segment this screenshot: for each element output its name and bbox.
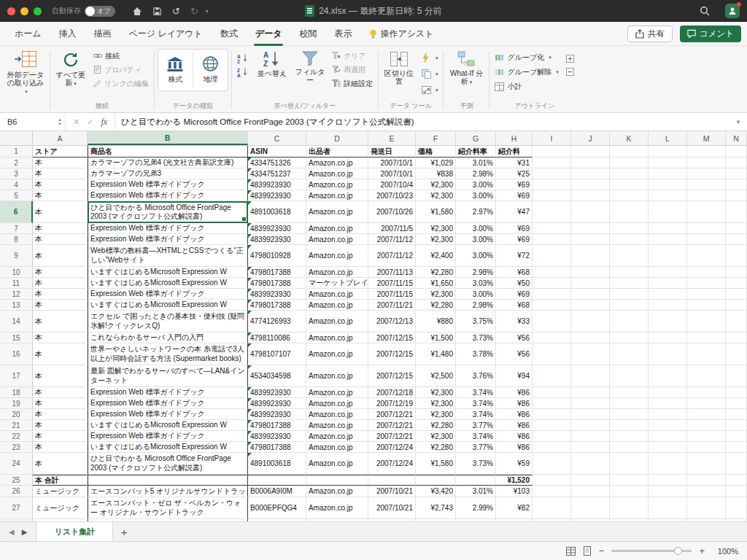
cell-I9[interactable] [533,245,571,267]
cell-I21[interactable] [533,420,571,431]
cell-I25[interactable] [533,475,571,486]
cell-L26[interactable] [649,486,687,497]
zoom-in-button[interactable]: + [699,546,705,556]
cell-C8[interactable]: 4839923930 [248,234,306,245]
cell-D8[interactable]: Amazon.co.jp [306,234,368,245]
cell-B26[interactable]: エースコンバット5 オリジナルサウンドトラック [88,486,248,497]
cell-G24[interactable]: 3.73% [456,453,496,475]
cell-I7[interactable] [533,223,571,234]
cell-L1[interactable] [649,146,687,158]
advanced-filter-button[interactable]: 詳細設定 [330,77,375,90]
cell-K22[interactable] [610,431,649,442]
cell-B2[interactable]: カラマーゾフの兄弟4 (光文社古典新訳文庫) [88,158,248,168]
row-header-15[interactable]: 15 [0,332,33,343]
row-header-8[interactable]: 8 [0,234,33,245]
cell-C25[interactable] [248,475,306,486]
sort-ascending-button[interactable]: AZ [235,52,251,64]
filter-button[interactable]: フィルター [293,49,327,85]
cell-M26[interactable] [687,486,726,497]
cell-G21[interactable]: 3.77% [456,420,496,431]
cell-B17[interactable]: 最新 図解でわかるサーバのすべて―LAN&インターネット [88,365,248,387]
cell-E16[interactable]: 2007/12/15 [368,343,416,365]
cell-F14[interactable]: ¥880 [416,311,456,332]
cell-K19[interactable] [610,398,649,409]
cell-M15[interactable] [687,332,726,343]
cell-I18[interactable] [533,387,571,398]
cell-N12[interactable] [726,289,747,300]
cell-L5[interactable] [649,190,687,201]
cell-F1[interactable]: 価格 [416,146,456,158]
cell-G15[interactable]: 3.73% [456,332,496,343]
sort-descending-button[interactable]: ZA [235,66,251,78]
cell-L8[interactable] [649,234,687,245]
cell-C6[interactable]: 4891003618 [248,201,306,223]
cell-N23[interactable] [726,442,747,453]
cell-M20[interactable] [687,409,726,420]
cell-N4[interactable] [726,179,747,190]
cell-M10[interactable] [687,267,726,278]
cell-A4[interactable]: 本 [33,179,88,190]
cell-C22[interactable]: 4839923930 [248,431,306,442]
cell-E10[interactable]: 2007/11/13 [368,267,416,278]
cell-G19[interactable]: 3.74% [456,398,496,409]
cell-J12[interactable] [571,289,610,300]
col-header-F[interactable]: F [416,131,456,145]
cell-K28[interactable] [610,519,649,521]
cell-I20[interactable] [533,409,571,420]
cell-M5[interactable] [687,190,726,201]
refresh-all-button[interactable]: すべて更新▾ [53,49,88,89]
cell-K8[interactable] [610,234,649,245]
cell-G6[interactable]: 2.97% [456,201,496,223]
cell-B24[interactable]: ひと目でわかる Microsoft Office FrontPage 2003 … [88,453,248,475]
cell-J4[interactable] [571,179,610,190]
col-header-G[interactable]: G [456,131,496,145]
cell-K20[interactable] [610,409,649,420]
cell-A5[interactable]: 本 [33,190,88,201]
cell-J1[interactable] [571,146,610,158]
cell-B16[interactable]: 世界一やさしいネットワークの本 糸電話で3人以上が同時会話する方法 (Super… [88,343,248,365]
col-header-M[interactable]: M [687,131,726,145]
cell-I5[interactable] [533,190,571,201]
cell-G8[interactable]: 3.00% [456,234,496,245]
cell-J5[interactable] [571,190,610,201]
cell-N24[interactable] [726,453,747,475]
cell-C12[interactable]: 4839923930 [248,289,306,300]
cell-G13[interactable]: 2.98% [456,300,496,311]
cell-H27[interactable]: ¥82 [496,497,533,519]
cell-C16[interactable]: 4798107107 [248,343,306,365]
cell-B19[interactable]: Expression Web 標準ガイドブック [88,398,248,409]
cell-F2[interactable]: ¥1,029 [416,158,456,168]
cell-I1[interactable] [533,146,571,158]
cell-B7[interactable]: Expression Web 標準ガイドブック [88,223,248,234]
cell-K1[interactable] [610,146,649,158]
cell-G14[interactable]: 3.75% [456,311,496,332]
cell-D14[interactable]: Amazon.co.jp [306,311,368,332]
cell-L22[interactable] [649,431,687,442]
row-header-20[interactable]: 20 [0,409,33,420]
cell-N21[interactable] [726,420,747,431]
cell-H19[interactable]: ¥86 [496,398,533,409]
cell-D11[interactable]: マーケットプレイス [306,278,368,289]
account-avatar[interactable] [725,4,740,18]
cell-H26[interactable]: ¥103 [496,486,533,497]
cell-A18[interactable]: 本 [33,387,88,398]
cell-G16[interactable]: 3.78% [456,343,496,365]
subtotal-button[interactable]: 小計 [492,79,560,93]
cell-K17[interactable] [610,365,649,387]
cell-H25[interactable]: ¥1,520 [496,475,533,486]
cell-H8[interactable]: ¥69 [496,234,533,245]
cell-N27[interactable] [726,497,747,519]
cell-C19[interactable]: 4839923930 [248,398,306,409]
cell-B12[interactable]: Expression Web 標準ガイドブック [88,289,248,300]
col-header-N[interactable]: N [726,131,747,145]
cell-I16[interactable] [533,343,571,365]
col-header-K[interactable]: K [610,131,649,145]
cell-L4[interactable] [649,179,687,190]
cell-F23[interactable]: ¥2,280 [416,442,456,453]
cell-H5[interactable]: ¥69 [496,190,533,201]
normal-view-button[interactable] [566,547,576,556]
cell-I17[interactable] [533,365,571,387]
row-header-22[interactable]: 22 [0,431,33,442]
cell-I10[interactable] [533,267,571,278]
cell-N10[interactable] [726,267,747,278]
